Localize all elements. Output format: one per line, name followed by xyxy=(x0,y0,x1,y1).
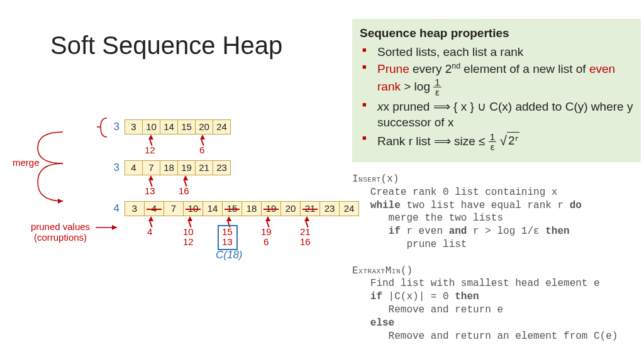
properties-panel: Sequence heap properties Sorted lists, e… xyxy=(352,19,641,162)
heap-cell: 18 xyxy=(242,202,262,216)
heap-cell: 21 xyxy=(196,161,213,175)
panel-item-3: xx pruned ⟹ { x } ∪ C(x) added to C(y) w… xyxy=(374,99,633,131)
heap-cell: 7 xyxy=(143,161,160,175)
heap-cell: 18 xyxy=(160,161,178,175)
pseudocode: Insert(x) Create rank 0 list containing … xyxy=(352,173,618,343)
heap-cell: 4 xyxy=(145,202,164,216)
heap-cell: 23 xyxy=(320,202,340,216)
heap-cell: 14 xyxy=(160,120,178,134)
c18-box xyxy=(218,225,238,250)
heap-cell: 15 xyxy=(178,120,196,134)
heap-cell: 24 xyxy=(340,202,358,216)
heap-row-2: 3 4718192123 xyxy=(107,160,231,175)
heap-cell: 21 xyxy=(301,202,320,216)
heap-cell: 19 xyxy=(178,161,196,175)
heap-cell: 3 xyxy=(125,202,145,216)
heap-cell: 3 xyxy=(125,120,143,134)
heap-cell: 7 xyxy=(164,202,184,216)
svg-marker-2 xyxy=(112,225,117,230)
heap-cell: 10 xyxy=(143,120,160,134)
heap-cell: 24 xyxy=(213,120,230,134)
heap-row-1: 3 31014152024 xyxy=(107,119,231,134)
page-title: Soft Sequence Heap xyxy=(50,31,282,60)
panel-item-1: Sorted lists, each list a rank xyxy=(374,44,633,60)
panel-item-2: Prune every 2nd element of a new list of… xyxy=(374,61,633,97)
panel-heading: Sequence heap properties xyxy=(360,25,633,41)
heap-cell: 14 xyxy=(203,202,223,216)
heap-cell: 15 xyxy=(223,202,242,216)
heap-cell: 20 xyxy=(281,202,301,216)
heap-cell: 23 xyxy=(213,161,230,175)
merge-label: merge xyxy=(13,157,40,168)
svg-marker-0 xyxy=(58,199,63,204)
heap-cell: 10 xyxy=(184,202,203,216)
heap-row-3: 4 347101415181920212324 xyxy=(107,201,359,216)
pruned-label: pruned values (corruptions) xyxy=(25,221,96,243)
panel-item-4: Rank r list ⟹ size ≤ 1ε √2ʳ xyxy=(374,132,633,152)
c18-label: C(18) xyxy=(216,249,243,261)
heap-cell: 19 xyxy=(262,202,281,216)
heap-cell: 20 xyxy=(196,120,213,134)
heap-cell: 4 xyxy=(125,161,143,175)
